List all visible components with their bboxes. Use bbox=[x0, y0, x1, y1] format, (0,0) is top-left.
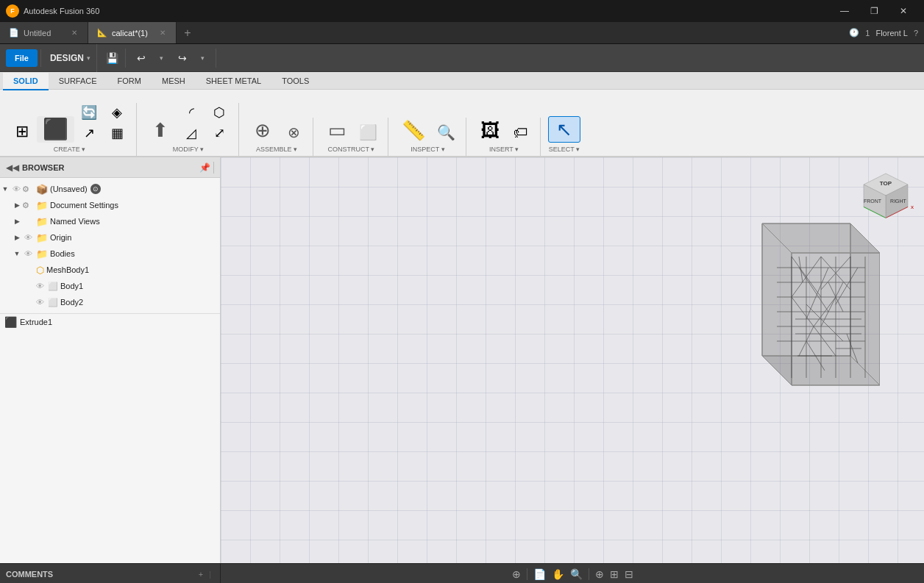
tree-item-doc-settings[interactable]: ▶ ⚙ 📁 Document Settings bbox=[0, 197, 220, 213]
ribbon-tab-form[interactable]: FORM bbox=[107, 73, 152, 90]
viewport-grid-icon[interactable]: ⊕ bbox=[512, 568, 521, 580]
inspect-section-btn[interactable]: 🔍 bbox=[433, 122, 460, 143]
minimize-button[interactable]: — bbox=[830, 0, 859, 22]
doc-settings-expand-icon[interactable]: ▶ bbox=[12, 201, 22, 209]
undo-arrow[interactable]: ▾ bbox=[152, 49, 171, 68]
bottombar-comments: COMMENTS + | bbox=[0, 564, 221, 583]
tab-untitled-close[interactable]: ✕ bbox=[70, 27, 79, 38]
body2-icon: ⬜ bbox=[48, 298, 58, 307]
toolbar-save-group: 💾 bbox=[100, 49, 126, 68]
insert-section-label[interactable]: INSERT ▾ bbox=[489, 146, 519, 153]
viewport-add-icon[interactable]: ⊕ bbox=[595, 568, 604, 580]
insert-image-btn[interactable]: 🖼 bbox=[474, 118, 506, 143]
named-views-expand-icon[interactable]: ▶ bbox=[12, 218, 22, 225]
origin-label: Origin bbox=[50, 233, 71, 242]
help-icon[interactable]: ? bbox=[914, 29, 918, 37]
collapse-browser-icon[interactable]: ◀◀ bbox=[6, 162, 19, 173]
doc-settings-gear-icon[interactable]: ⚙ bbox=[22, 201, 34, 210]
app-logo: F bbox=[6, 4, 19, 18]
history-icon[interactable]: 🕐 bbox=[849, 28, 859, 37]
tree-item-extrude1[interactable]: ⬛ Extrude1 bbox=[0, 313, 220, 329]
root-eye-icon[interactable]: 👁 bbox=[10, 185, 22, 193]
root-badge[interactable]: ⊙ bbox=[90, 184, 101, 194]
maximize-button[interactable]: ❐ bbox=[859, 0, 889, 22]
ribbon-tab-solid[interactable]: SOLID bbox=[3, 73, 49, 90]
tree-item-root[interactable]: ▼ 👁 ⚙ 📦 (Unsaved) ⊙ bbox=[0, 181, 220, 197]
new-tab-button[interactable]: + bbox=[177, 22, 199, 43]
viewport-canvas-icon[interactable]: 📄 bbox=[533, 568, 546, 580]
viewport-grid-toggle-icon[interactable]: ⊞ bbox=[610, 568, 619, 580]
body2-eye-icon[interactable]: 👁 bbox=[34, 298, 46, 307]
bodies-expand-icon[interactable]: ▼ bbox=[12, 250, 22, 257]
root-expand-icon[interactable]: ▼ bbox=[0, 185, 10, 193]
sidebar: ◀◀ BROWSER 📌 ▼ 👁 ⚙ 📦 (Unsaved) ⊙ ▶ ⚙ 📁 D… bbox=[0, 157, 221, 563]
modify-scale-btn[interactable]: ⤢ bbox=[206, 124, 232, 143]
user-name: Florent L bbox=[875, 29, 907, 37]
close-button[interactable]: ✕ bbox=[889, 0, 918, 22]
ribbon-tab-sheet-metal[interactable]: SHEET METAL bbox=[196, 73, 271, 90]
bodies-eye-icon[interactable]: 👁 bbox=[22, 249, 34, 258]
select-section-label[interactable]: SELECT ▾ bbox=[549, 146, 580, 153]
origin-eye-icon[interactable]: 👁 bbox=[22, 233, 34, 242]
origin-expand-icon[interactable]: ▶ bbox=[12, 234, 22, 241]
body1-eye-icon[interactable]: 👁 bbox=[34, 282, 46, 290]
save-button[interactable]: 💾 bbox=[103, 49, 122, 68]
assemble-joint-btn[interactable]: ⊕ bbox=[246, 118, 279, 143]
ribbon-tab-surface[interactable]: SURFACE bbox=[49, 73, 107, 90]
ribbon-tab-mesh[interactable]: MESH bbox=[152, 73, 196, 90]
tab-untitled-label: Untitled bbox=[24, 29, 51, 37]
modify-section-label[interactable]: MODIFY ▾ bbox=[173, 146, 204, 153]
comments-expand-icon[interactable]: + bbox=[199, 570, 203, 579]
tab-calicat[interactable]: 📐 calicat*(1) ✕ bbox=[88, 22, 177, 43]
tree-item-meshbody1[interactable]: ⬡ MeshBody1 bbox=[0, 262, 220, 278]
undo-button[interactable]: ↩ bbox=[132, 49, 151, 68]
design-dropdown[interactable]: DESIGN ▾ bbox=[44, 44, 97, 72]
tree-item-body2[interactable]: 👁 ⬜ Body2 bbox=[0, 294, 220, 310]
viewport[interactable]: TOP RIGHT FRONT x bbox=[221, 157, 924, 563]
meshbody1-label: MeshBody1 bbox=[46, 265, 89, 274]
tab-calicat-icon: 📐 bbox=[97, 28, 107, 37]
modify-press-pull-btn[interactable]: ⬆ bbox=[144, 118, 177, 143]
root-gear-icon[interactable]: ⚙ bbox=[22, 185, 34, 194]
assemble-asbuilt-btn[interactable]: ⊗ bbox=[280, 122, 307, 143]
viewport-pan-icon[interactable]: ✋ bbox=[552, 568, 564, 580]
ribbon-tab-tools[interactable]: TOOLS bbox=[271, 73, 319, 90]
select-tool-btn[interactable]: ↖ bbox=[548, 116, 580, 143]
tree-item-named-views[interactable]: ▶ 📁 Named Views bbox=[0, 213, 220, 229]
viewport-zoom-icon[interactable]: 🔍 bbox=[570, 568, 583, 580]
tree-item-origin[interactable]: ▶ 👁 📁 Origin bbox=[0, 229, 220, 246]
app-title: Autodesk Fusion 360 bbox=[24, 7, 99, 15]
tree-item-body1[interactable]: 👁 ⬜ Body1 bbox=[0, 278, 220, 294]
create-sweep-btn[interactable]: ↗ bbox=[76, 124, 102, 143]
modify-shell-btn[interactable]: ⬡ bbox=[206, 103, 232, 122]
viewport-display-icon[interactable]: ⊟ bbox=[625, 568, 633, 580]
tab-untitled[interactable]: 📄 Untitled ✕ bbox=[0, 22, 88, 43]
create-section-label[interactable]: CREATE ▾ bbox=[54, 146, 85, 153]
sidebar-header: ◀◀ BROWSER 📌 bbox=[0, 157, 220, 178]
extrude1-icon: ⬛ bbox=[4, 316, 17, 328]
create-more-btn[interactable]: ▦ bbox=[104, 124, 130, 143]
file-button[interactable]: File bbox=[6, 49, 38, 67]
inspect-measure-btn[interactable]: 📏 bbox=[396, 118, 431, 143]
inspect-section-label[interactable]: INSPECT ▾ bbox=[411, 146, 444, 153]
browser-pin-icon[interactable]: 📌 bbox=[199, 162, 210, 173]
insert-decal-btn[interactable]: 🏷 bbox=[508, 122, 534, 143]
create-revolve-btn[interactable]: 🔄 bbox=[76, 103, 102, 122]
construct-midplane-btn[interactable]: ⬜ bbox=[355, 122, 382, 143]
create-extrude-btn[interactable]: ⬛ bbox=[37, 116, 74, 143]
create-loft-btn[interactable]: ◈ bbox=[104, 103, 130, 122]
ribbon-content: ⊞ ⬛ 🔄 ↗ ◈ bbox=[0, 90, 924, 156]
tab-calicat-close[interactable]: ✕ bbox=[158, 27, 167, 38]
modify-chamfer-btn[interactable]: ◿ bbox=[178, 124, 205, 143]
construct-offset-plane-btn[interactable]: ▭ bbox=[321, 118, 353, 143]
construct-section-label[interactable]: CONSTRUCT ▾ bbox=[328, 146, 375, 153]
create-new-component-btn[interactable]: ⊞ bbox=[9, 121, 35, 143]
bottombar-center: ⊕ 📄 ✋ 🔍 ⊕ ⊞ ⊟ bbox=[221, 568, 924, 580]
tree-item-bodies[interactable]: ▼ 👁 📁 Bodies bbox=[0, 246, 220, 262]
root-label: (Unsaved) bbox=[50, 185, 88, 193]
assemble-section-label[interactable]: ASSEMBLE ▾ bbox=[256, 146, 297, 153]
redo-arrow[interactable]: ▾ bbox=[193, 49, 213, 68]
redo-button[interactable]: ↪ bbox=[173, 49, 192, 68]
modify-fillet-btn[interactable]: ◜ bbox=[178, 103, 205, 122]
browser-label: BROWSER bbox=[22, 163, 196, 172]
